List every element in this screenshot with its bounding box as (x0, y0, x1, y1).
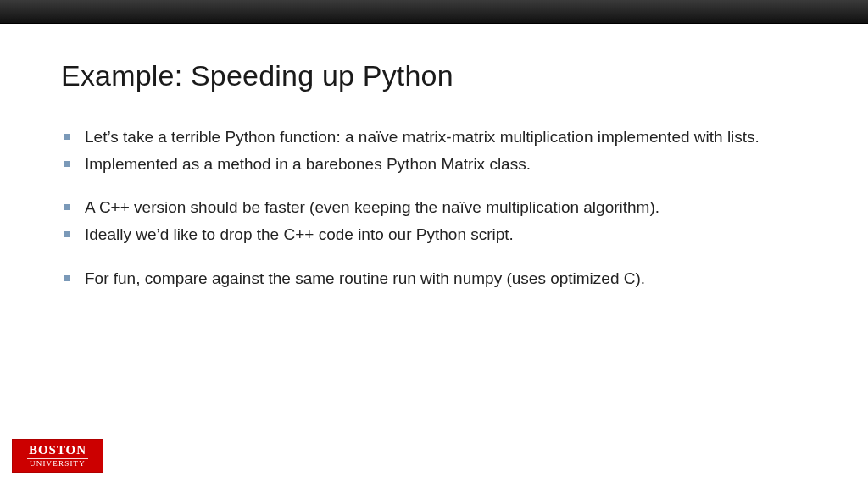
list-item: Let’s take a terrible Python function: a… (61, 126, 817, 148)
top-bar (0, 0, 868, 24)
list-item: Implemented as a method in a barebones P… (61, 153, 817, 175)
list-item: Ideally we’d like to drop the C++ code i… (61, 224, 817, 246)
bullet-list: A C++ version should be faster (even kee… (61, 197, 817, 245)
bullet-list: Let’s take a terrible Python function: a… (61, 126, 817, 175)
logo-line1: BOSTON (27, 444, 88, 459)
spacer (61, 251, 817, 268)
slide-content: Example: Speeding up Python Let’s take a… (61, 59, 817, 294)
spacer (61, 180, 817, 197)
bullet-list: For fun, compare against the same routin… (61, 268, 817, 290)
logo-line2: UNIVERSITY (30, 460, 86, 468)
list-item: For fun, compare against the same routin… (61, 268, 817, 290)
boston-university-logo: BOSTON UNIVERSITY (12, 439, 103, 473)
slide: Example: Speeding up Python Let’s take a… (0, 0, 868, 488)
slide-title: Example: Speeding up Python (61, 59, 817, 92)
list-item: A C++ version should be faster (even kee… (61, 197, 817, 219)
